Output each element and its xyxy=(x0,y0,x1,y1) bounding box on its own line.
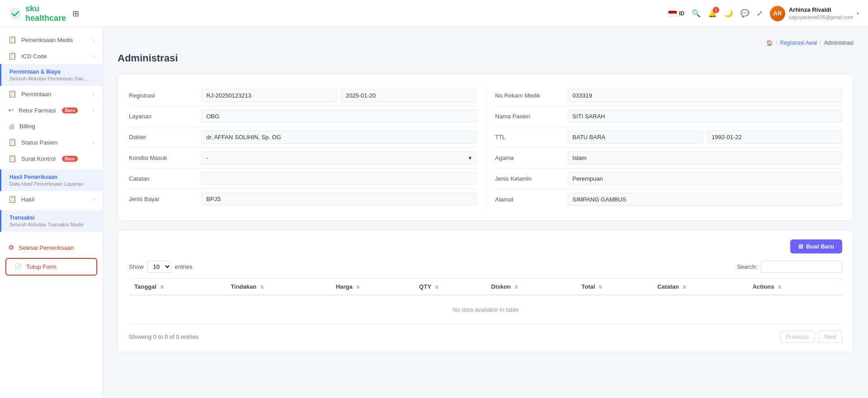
sidebar-item-label: Hasil xyxy=(21,196,34,203)
tutup-label: Tutup Form xyxy=(26,263,57,270)
buat-baru-button[interactable]: ⊞ Buat Baru xyxy=(790,239,842,253)
user-details: Arhinza Rivaldi kaguyasama535@gmail.com xyxy=(789,6,853,20)
th-tanggal-label: Tanggal xyxy=(134,283,157,290)
table-header-row: Tanggal ⇅ Tindakan ⇅ Harga ⇅ QTY xyxy=(129,279,842,295)
kondisi-masuk-value: - xyxy=(206,155,208,161)
file-icon: 📄 xyxy=(14,263,22,270)
sidebar-item-label: Pemeriksaan Medis xyxy=(21,37,73,43)
user-email: kaguyasama535@gmail.com xyxy=(789,14,853,20)
th-catatan-label: Catatan xyxy=(657,283,679,290)
agama-value: Islam xyxy=(568,151,843,164)
notification-badge: 1 xyxy=(713,7,719,13)
th-qty[interactable]: QTY ⇅ xyxy=(414,279,486,295)
form-row-catatan: Catatan xyxy=(129,169,477,189)
breadcrumb-current: Administrasi xyxy=(824,40,854,46)
selesai-pemeriksaan-item[interactable]: ⚙ Selesai Pemeriksaan xyxy=(0,239,103,256)
baru-badge: Baru xyxy=(62,156,78,162)
sort-icon: ⇅ xyxy=(598,285,602,290)
alamat-label: Alamat xyxy=(495,196,568,203)
layanan-label: Layanan xyxy=(129,113,201,120)
file-icon: 📋 xyxy=(8,195,17,203)
sidebar-item-label: Status Pasien xyxy=(21,139,57,146)
th-tanggal[interactable]: Tanggal ⇅ xyxy=(129,279,225,295)
sidebar-item-surat-kontrol[interactable]: 📋 Surat Kontrol Baru xyxy=(0,150,103,167)
sidebar-item-status-pasien[interactable]: 📋 Status Pasien › xyxy=(0,134,103,150)
chat-icon[interactable]: 💬 xyxy=(740,9,749,18)
th-catatan[interactable]: Catatan ⇅ xyxy=(652,279,747,295)
notification-icon[interactable]: 🔔 1 xyxy=(708,9,717,18)
grid-icon[interactable]: ⊞ xyxy=(72,9,79,19)
logo-label: healthcare xyxy=(25,14,66,23)
sidebar-item-hasil[interactable]: 📋 Hasil › xyxy=(0,191,103,207)
th-total[interactable]: Total ⇅ xyxy=(576,279,652,295)
sidebar-item-pemeriksaan-medis[interactable]: 📋 Pemeriksaan Medis › xyxy=(0,32,103,48)
form-row-layanan: Layanan OBG xyxy=(129,106,477,127)
user-menu[interactable]: AR Arhinza Rivaldi kaguyasama535@gmail.c… xyxy=(770,6,859,21)
section-label: Transaksi xyxy=(9,215,95,221)
print-icon: 🖨 xyxy=(8,122,15,130)
ttl-label: TTL xyxy=(495,134,568,140)
gear-icon: ⚙ xyxy=(8,243,14,252)
sidebar-item-billing[interactable]: 🖨 Billing xyxy=(0,118,103,134)
jenis-bayar-label: Jenis Bayar xyxy=(129,196,201,202)
chevron-down-icon: ▾ xyxy=(469,155,472,161)
show-label: Show xyxy=(129,263,144,270)
form-grid: Registrasi RJ-20250123213 2025-01-20 Lay… xyxy=(129,85,842,210)
breadcrumb: 🏠 / Registrasi Awal / Administrasi xyxy=(118,40,854,46)
form-row-ttl: TTL BATU BARA 1992-01-22 xyxy=(495,127,843,148)
dark-mode-icon[interactable]: 🌙 xyxy=(724,9,733,18)
logo-icon xyxy=(9,7,22,20)
language-selector[interactable]: ID xyxy=(668,10,684,17)
avatar: AR xyxy=(770,6,785,21)
form-right-col: No.Rekam Medik 033319 Nama Pasien SITI S… xyxy=(486,85,843,210)
table-row-empty: No data available in table xyxy=(129,295,842,324)
section-label: Permintaan & Biaya xyxy=(9,69,95,75)
logo-text: skuhealthcare xyxy=(25,4,66,23)
data-table: Tanggal ⇅ Tindakan ⇅ Harga ⇅ QTY xyxy=(129,278,842,324)
svg-point-0 xyxy=(9,8,21,19)
file-icon: 📋 xyxy=(8,155,17,163)
sidebar-item-label: Retur Farmasi xyxy=(19,107,56,114)
sort-icon: ⇅ xyxy=(683,285,686,290)
entries-select[interactable]: 10 25 50 xyxy=(147,261,171,273)
section-desc: Data Hasil Pemeriksaan Layanan xyxy=(9,181,95,189)
search-area: Search: xyxy=(737,261,842,273)
dokter-value: dr. AFFAN SOLIHIN, Sp. OG xyxy=(201,131,477,144)
ttl-value1: BATU BARA xyxy=(568,131,703,144)
home-icon[interactable]: 🏠 xyxy=(766,40,773,46)
th-tindakan[interactable]: Tindakan ⇅ xyxy=(225,279,330,295)
th-actions[interactable]: Actions ⇅ xyxy=(747,279,842,295)
next-button[interactable]: Next xyxy=(818,331,842,343)
breadcrumb-link1[interactable]: Registrasi Awal xyxy=(780,40,817,46)
table-head: Tanggal ⇅ Tindakan ⇅ Harga ⇅ QTY xyxy=(129,279,842,295)
sidebar-item-icd-code[interactable]: 📋 ICD Code › xyxy=(0,48,103,64)
form-row-alamat: Alamat SIMPANG GAMBUS xyxy=(495,189,843,210)
topnav-right: ID 🔍 🔔 1 🌙 💬 ⤢ AR Arhinza Rivaldi kaguya… xyxy=(668,6,859,21)
catatan-value[interactable] xyxy=(201,172,477,185)
agama-label: Agama xyxy=(495,155,568,161)
sidebar-item-permintaan[interactable]: 📋 Permintaan › xyxy=(0,86,103,102)
search-input[interactable] xyxy=(761,261,842,273)
sidebar-item-retur-farmasi[interactable]: ↩ Retur Farmasi Baru › xyxy=(0,102,103,118)
chevron-right-icon: › xyxy=(93,197,95,202)
sort-icon: ⇅ xyxy=(435,285,438,290)
previous-button[interactable]: Previous xyxy=(780,331,815,343)
registrasi-label: Registrasi xyxy=(129,92,201,99)
no-rekam-medik-value: 033319 xyxy=(568,89,843,102)
fullscreen-icon[interactable]: ⤢ xyxy=(757,9,763,18)
jenis-kelamin-value: Perempuan xyxy=(568,172,843,185)
tutup-form-item[interactable]: 📄 Tutup Form xyxy=(5,258,97,276)
search-icon[interactable]: 🔍 xyxy=(692,9,701,18)
form-row-nama-pasien: Nama Pasien SITI SARAH xyxy=(495,106,843,127)
ttl-value2: 1992-01-22 xyxy=(707,131,842,144)
th-harga[interactable]: Harga ⇅ xyxy=(330,279,413,295)
kondisi-masuk-select[interactable]: - ▾ xyxy=(201,151,477,164)
form-row-kondisi-masuk: Kondisi Masuk - ▾ xyxy=(129,148,477,169)
chevron-right-icon: › xyxy=(93,37,95,42)
th-diskon[interactable]: Diskon ⇅ xyxy=(486,279,576,295)
section-desc: Seluruh Aktivitas Transaksi Medis xyxy=(9,222,95,230)
form-row-jenis-bayar: Jenis Bayar BPJS xyxy=(129,189,477,209)
table-section: ⊞ Buat Baru Show 10 25 50 entries Search… xyxy=(118,230,854,352)
kondisi-masuk-label: Kondisi Masuk xyxy=(129,155,201,161)
section-transaksi: Transaksi Seluruh Aktivitas Transaksi Me… xyxy=(0,210,103,232)
